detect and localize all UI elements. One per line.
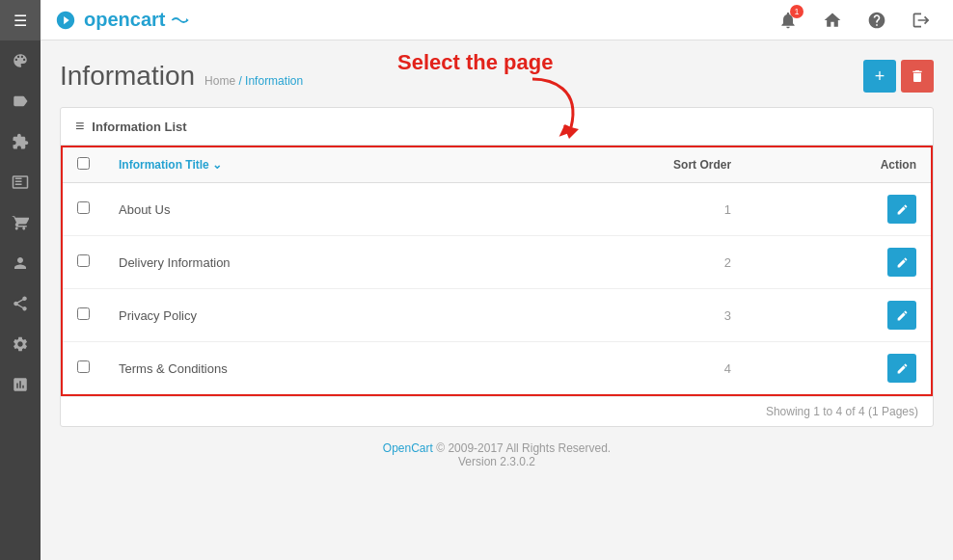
extensions-icon[interactable]: [0, 121, 41, 162]
menu-toggle-icon[interactable]: ☰: [0, 0, 41, 40]
row-checkbox-cell: [62, 183, 104, 236]
row-checkbox-cell: [62, 289, 104, 342]
row-title: Delivery Information: [104, 236, 501, 289]
notification-badge: 1: [790, 5, 803, 18]
sales-icon[interactable]: [0, 202, 41, 243]
row-checkbox[interactable]: [77, 201, 90, 214]
row-checkbox[interactable]: [77, 254, 90, 267]
home-nav-icon[interactable]: [815, 3, 850, 38]
information-table: Information Title ⌄ Sort Order Action Ab…: [61, 146, 933, 396]
topnav-right: 1: [771, 3, 939, 38]
row-checkbox-cell: [62, 236, 104, 289]
edit-button[interactable]: [887, 248, 916, 277]
th-sort-order: Sort Order: [501, 147, 746, 183]
customers-icon[interactable]: [0, 243, 41, 283]
content-area: Select the page Information Home / Infor…: [41, 40, 953, 560]
row-sort-order: 1: [501, 183, 746, 236]
notification-bell-icon[interactable]: 1: [771, 3, 805, 38]
row-sort-order: 2: [501, 236, 746, 289]
logo-text: opencart: [84, 9, 165, 31]
page-header-right: +: [863, 60, 934, 93]
row-action: [746, 183, 932, 236]
panel-heading: ≡ Information List: [61, 108, 933, 146]
analytics-icon[interactable]: [0, 364, 41, 405]
list-icon: ≡: [75, 118, 84, 135]
page-header: Information Home / Information +: [60, 60, 934, 93]
row-title: Terms & Conditions: [104, 342, 501, 396]
svg-marker-0: [186, 18, 189, 22]
page-header-left: Information Home / Information: [60, 61, 303, 92]
row-action: [746, 236, 932, 289]
row-checkbox[interactable]: [77, 360, 90, 373]
footer-version: Version 2.3.0.2: [74, 455, 919, 468]
logo: opencart: [55, 9, 194, 31]
table-header-row: Information Title ⌄ Sort Order Action: [62, 147, 932, 183]
th-title[interactable]: Information Title ⌄: [104, 147, 501, 183]
information-panel: ≡ Information List Information Title ⌄ S…: [60, 107, 934, 427]
panel-title: Information List: [92, 120, 186, 134]
catalog-icon[interactable]: [0, 81, 41, 121]
marketing-icon[interactable]: [0, 283, 41, 324]
table-row: Terms & Conditions 4: [62, 342, 932, 396]
row-action: [746, 342, 932, 396]
table-body: About Us 1 Delivery Information 2: [62, 183, 932, 396]
pagination-info: Showing 1 to 4 of 4 (1 Pages): [61, 396, 933, 426]
breadcrumb-home[interactable]: Home: [204, 74, 235, 88]
breadcrumb: Home / Information: [204, 74, 303, 88]
breadcrumb-current: Information: [245, 74, 303, 88]
table-row: Delivery Information 2: [62, 236, 932, 289]
help-nav-icon[interactable]: [859, 3, 894, 38]
delete-button[interactable]: [901, 60, 934, 93]
table-row: Privacy Policy 3: [62, 289, 932, 342]
edit-button[interactable]: [887, 195, 916, 224]
row-checkbox-cell: [62, 342, 104, 396]
th-action: Action: [746, 147, 932, 183]
reports-icon[interactable]: [0, 162, 41, 202]
design-icon[interactable]: [0, 40, 41, 81]
footer-copyright: © 2009-2017 All Rights Reserved.: [433, 441, 611, 455]
add-button[interactable]: +: [863, 60, 896, 93]
row-sort-order: 3: [501, 289, 746, 342]
footer-link[interactable]: OpenCart: [383, 441, 433, 455]
sidebar: ☰: [0, 0, 41, 560]
th-checkbox: [62, 147, 104, 183]
page-title: Information: [60, 61, 195, 92]
footer: OpenCart © 2009-2017 All Rights Reserved…: [60, 427, 934, 483]
topnav: opencart 1: [41, 0, 953, 40]
table-row: About Us 1: [62, 183, 932, 236]
edit-button[interactable]: [887, 301, 916, 330]
row-title: About Us: [104, 183, 501, 236]
row-checkbox[interactable]: [77, 307, 90, 320]
select-all-checkbox[interactable]: [77, 157, 90, 170]
edit-button[interactable]: [887, 354, 916, 383]
row-sort-order: 4: [501, 342, 746, 396]
logout-nav-icon[interactable]: [904, 3, 939, 38]
system-icon[interactable]: [0, 324, 41, 364]
main-area: opencart 1 Selec: [41, 0, 953, 560]
row-title: Privacy Policy: [104, 289, 501, 342]
row-action: [746, 289, 932, 342]
